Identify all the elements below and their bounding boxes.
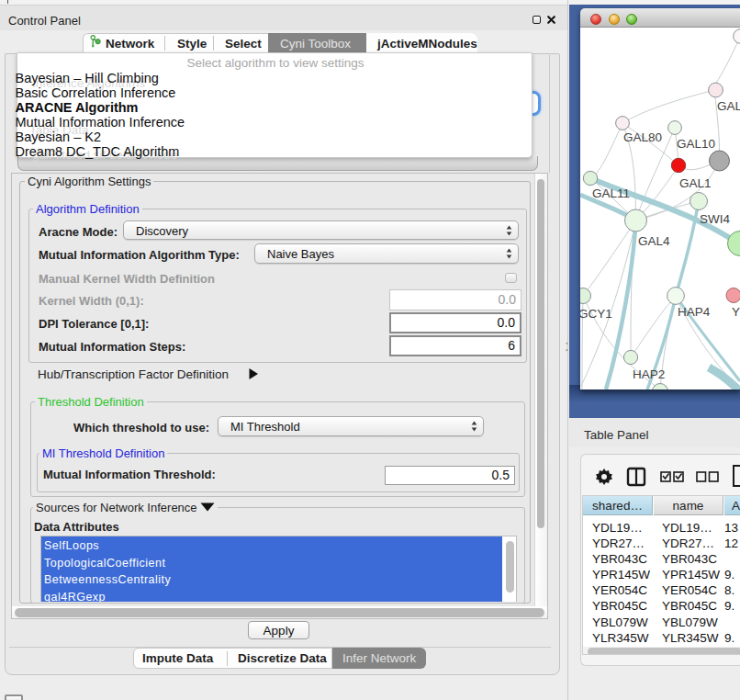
svg-text:GCY1: GCY1	[580, 307, 612, 321]
svg-text:GAL80: GAL80	[623, 130, 662, 144]
svg-text:GAL4: GAL4	[638, 234, 670, 248]
svg-text:Y: Y	[732, 305, 740, 319]
svg-text:GAL10: GAL10	[677, 137, 715, 151]
svg-text:SWI4: SWI4	[700, 212, 730, 226]
svg-text:GAL: GAL	[717, 99, 740, 113]
svg-text:HAP2: HAP2	[633, 367, 665, 381]
svg-text:GAL1: GAL1	[679, 176, 712, 190]
svg-text:GAL11: GAL11	[592, 186, 630, 200]
svg-text:HAP4: HAP4	[678, 305, 711, 319]
